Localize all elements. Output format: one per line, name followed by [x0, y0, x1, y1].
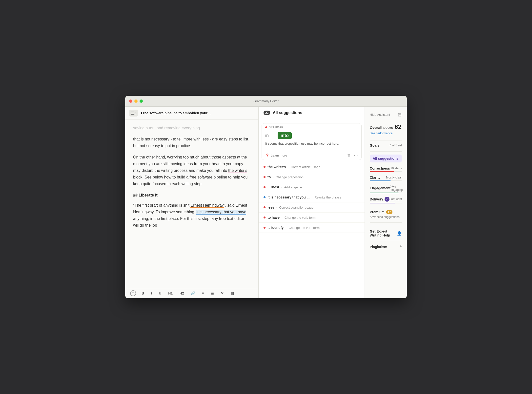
editor-content[interactable]: saving a ton, and removing everything th… [125, 120, 258, 288]
correctness-label: Correctness [370, 166, 390, 170]
red-dot [264, 206, 266, 208]
app-window: Grammarly Editor ☰ › Free software pipel… [125, 96, 407, 298]
grammar-card[interactable]: GRAMMAR in → into It seems that preposit… [262, 123, 362, 160]
grammar-card-footer: ❓ Learn more 🗑 ⋯ [262, 151, 361, 160]
engagement-value: Very engaging [390, 185, 403, 192]
italic-button[interactable]: I [149, 290, 153, 296]
content-faded-text: saving a ton, and removing everything [133, 125, 250, 131]
engagement-bar-bg [370, 193, 402, 193]
suggestion-word: .Ernest [267, 185, 279, 189]
divider-4 [370, 222, 402, 223]
premium-header: Premium 17 [370, 210, 402, 214]
correction-row: in → into [265, 132, 358, 139]
learn-more-button[interactable]: ❓ Learn more [265, 154, 287, 157]
editor-panel: ☰ › Free software pipeline to embolden y… [125, 107, 259, 298]
premium-value: Advanced suggestions [370, 215, 400, 219]
question-icon: ❓ [265, 154, 269, 157]
goals-value: 4 of 5 set [390, 144, 402, 147]
correctness-value: 20 alerts [390, 167, 402, 170]
clear-format-button[interactable]: ✕ [219, 290, 225, 296]
ordered-list-button[interactable]: ≡ [201, 290, 205, 296]
engagement-header: Engagement Very engaging [370, 185, 402, 192]
editor-bottom-toolbar: ? B I U H1 H2 🔗 ≡ ≣ ✕ ▤ [125, 288, 258, 298]
unordered-list-button[interactable]: ≣ [209, 290, 215, 296]
arrow-icon: → [271, 134, 275, 138]
minimize-button[interactable] [134, 99, 138, 103]
delivery-with-icon: Delivery ✓ [370, 197, 389, 202]
suggestions-count-badge: 22 [264, 111, 270, 115]
premium-with-badge: Premium 17 [370, 210, 392, 214]
menu-button[interactable]: ☰ › [129, 110, 138, 117]
suggestion-word: less [267, 205, 274, 209]
content-paragraph-2: On the other hand, worrying too much abo… [133, 154, 250, 187]
titlebar: Grammarly Editor [125, 96, 407, 107]
overall-score-section: Overall score 62 See performance [370, 123, 402, 135]
suggestion-row-to-have[interactable]: to have · Change the verb form [259, 213, 365, 223]
delivery-value: Just right [390, 197, 402, 201]
correctness-header: Correctness 20 alerts [370, 166, 402, 170]
suggestion-row-writers[interactable]: the writer's · Correct article usage [259, 162, 365, 172]
suggestion-word: to [267, 175, 271, 179]
format-button[interactable]: ▤ [229, 290, 235, 296]
engagement-label: Engagement [370, 186, 390, 190]
underline-button[interactable]: U [157, 290, 163, 296]
delivery-bar [370, 203, 395, 203]
goals-section: Goals 4 of 5 set [370, 143, 402, 147]
suggestion-row-is-identify[interactable]: is identify · Change the verb form [259, 223, 365, 233]
menu-icon: ☰ › [131, 111, 137, 116]
correctness-bar [370, 171, 394, 172]
grammar-dot [265, 126, 267, 128]
clarity-bar [370, 180, 391, 181]
delivery-check-icon: ✓ [385, 197, 389, 202]
red-dot [264, 176, 266, 178]
more-options-button[interactable]: ⋯ [354, 153, 358, 158]
close-button[interactable] [129, 99, 132, 103]
h1-button[interactable]: H1 [167, 290, 174, 296]
suggestion-action: Add a space [284, 185, 302, 189]
delivery-header: Delivery ✓ Just right [370, 197, 402, 202]
original-word: in [265, 133, 269, 138]
document-title: Free software pipeline to embolden your … [141, 111, 211, 115]
corrected-word[interactable]: into [278, 132, 292, 139]
premium-count-badge: 17 [386, 210, 392, 214]
delete-suggestion-button[interactable]: 🗑 [347, 153, 351, 158]
suggestions-panel-title: All suggestions [273, 111, 302, 115]
suggestion-action: Change preposition [276, 175, 304, 179]
grammar-card-header: GRAMMAR [262, 123, 361, 130]
suggestion-row-to[interactable]: to · Change preposition [259, 172, 365, 182]
divider-1 [370, 140, 402, 140]
delivery-metric: Delivery ✓ Just right [370, 197, 402, 203]
editor-top-toolbar: ☰ › Free software pipeline to embolden y… [125, 107, 258, 120]
suggestion-action: Correct article usage [291, 165, 320, 169]
plagiarism-row[interactable]: Plagiarism ❝ [370, 241, 402, 253]
content-heading: ## Liberate it [133, 192, 250, 198]
suggestion-row-ernest[interactable]: .Ernest · Add a space [259, 182, 365, 192]
bold-button[interactable]: B [140, 290, 145, 296]
red-dot [264, 227, 266, 229]
suggestion-row-necessary[interactable]: it is necessary that you ... · Rewrite t… [259, 192, 365, 202]
suggestion-action: Rewrite the phrase [314, 196, 341, 199]
suggestion-word: is identify [267, 226, 284, 230]
suggestion-word: the writer's [267, 165, 286, 169]
expert-help-label: Get Expert Writing Help [370, 229, 397, 237]
see-performance-link[interactable]: See performance [370, 132, 392, 135]
expert-help-row[interactable]: Get Expert Writing Help 👤 [370, 226, 402, 241]
layout-icon[interactable]: ⊟ [398, 112, 402, 118]
maximize-button[interactable] [140, 99, 143, 103]
link-button[interactable]: 🔗 [189, 290, 197, 296]
window-controls [129, 99, 143, 103]
content-paragraph-1: that is not necessary - to tell more wit… [133, 136, 250, 149]
suggestion-action: Correct quantifier usage [279, 206, 313, 209]
help-button[interactable]: ? [130, 290, 136, 296]
correctness-metric: Correctness 20 alerts [370, 166, 402, 172]
footer-actions: 🗑 ⋯ [347, 153, 358, 158]
suggestion-action: Change the verb form [288, 226, 320, 230]
clarity-value: Mostly clear [386, 176, 402, 179]
h2-button[interactable]: H2 [178, 290, 185, 296]
suggestion-word: it is necessary that you ... [267, 195, 309, 199]
window-title: Grammarly Editor [253, 99, 279, 103]
hide-assistant-button[interactable]: Hide Assistant [370, 113, 390, 117]
suggestion-row-less[interactable]: less · Correct quantifier usage [259, 202, 365, 213]
grammar-category-label: GRAMMAR [269, 126, 283, 129]
all-suggestions-button[interactable]: All suggestions [370, 155, 402, 162]
